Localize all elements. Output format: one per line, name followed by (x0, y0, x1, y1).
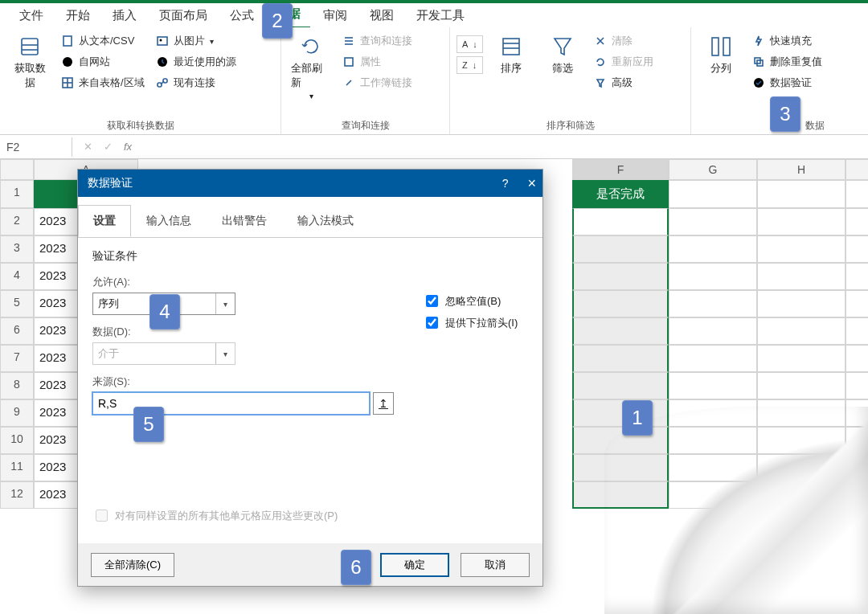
flash-fill-button[interactable]: 快速填充 (749, 32, 825, 50)
cell[interactable] (757, 180, 845, 208)
cell-done[interactable] (572, 399, 669, 427)
cell[interactable] (757, 208, 845, 235)
cell[interactable] (669, 427, 757, 454)
cell[interactable] (669, 399, 757, 427)
clear-all-button[interactable]: 全部清除(C) (91, 553, 174, 577)
cell[interactable] (845, 345, 868, 372)
cell[interactable] (669, 208, 757, 235)
data-validation-button[interactable]: 数据验证 (749, 74, 825, 92)
row-header[interactable]: 5 (0, 290, 34, 317)
row-header[interactable]: 7 (0, 345, 34, 372)
col-header-G[interactable]: G (669, 159, 757, 180)
cell[interactable] (669, 481, 757, 509)
table-header-done[interactable]: 是否完成 (572, 180, 669, 208)
tab-settings[interactable]: 设置 (78, 205, 131, 237)
cell[interactable] (757, 427, 845, 454)
cell[interactable] (845, 208, 868, 235)
cell[interactable] (669, 454, 757, 481)
menu-file[interactable]: 文件 (10, 3, 53, 28)
existing-connections-button[interactable]: 现有连接 (153, 74, 240, 92)
row-header[interactable]: 2 (0, 208, 34, 235)
menu-dev[interactable]: 开发工具 (407, 3, 474, 28)
cell[interactable] (669, 235, 757, 263)
col-header-F[interactable]: F (572, 159, 669, 180)
from-table-button[interactable]: 来自表格/区域 (58, 74, 148, 92)
cell-done[interactable] (572, 372, 669, 399)
cell-done[interactable] (572, 317, 669, 345)
row-header[interactable]: 1 (0, 180, 34, 208)
cell[interactable] (845, 317, 868, 345)
cell[interactable] (669, 345, 757, 372)
cell[interactable] (757, 372, 845, 399)
cell-done[interactable] (572, 454, 669, 481)
menu-layout[interactable]: 页面布局 (149, 3, 217, 28)
remove-duplicates-button[interactable]: 删除重复值 (749, 53, 825, 71)
menu-insert[interactable]: 插入 (103, 3, 146, 28)
tab-error-alert[interactable]: 出错警告 (207, 205, 282, 237)
filter-button[interactable]: 筛选 (539, 31, 586, 79)
cell[interactable] (757, 317, 845, 345)
tab-ime-mode[interactable]: 输入法模式 (282, 205, 369, 237)
cell[interactable] (757, 481, 845, 509)
cell-done[interactable] (572, 263, 669, 290)
row-header[interactable]: 3 (0, 235, 34, 263)
cancel-button[interactable]: 取消 (461, 553, 530, 577)
tab-input-msg[interactable]: 输入信息 (131, 205, 207, 237)
cell-done[interactable] (572, 481, 669, 509)
name-box[interactable]: F2 (0, 137, 72, 157)
cell[interactable] (757, 345, 845, 372)
cell[interactable] (757, 235, 845, 263)
row-header[interactable]: 10 (0, 427, 34, 454)
sort-az-button[interactable]: A↓ (457, 35, 483, 53)
menu-view[interactable]: 视图 (360, 3, 403, 28)
from-picture-button[interactable]: 从图片 ▾ (153, 32, 240, 50)
row-header[interactable]: 11 (0, 454, 34, 481)
text-to-columns-button[interactable]: 分列 (698, 31, 744, 79)
row-header[interactable]: 4 (0, 263, 34, 290)
menu-home[interactable]: 开始 (56, 3, 100, 28)
from-text-csv-button[interactable]: 从文本/CSV (58, 32, 148, 50)
cancel-icon[interactable]: ✕ (84, 141, 92, 153)
cell-done[interactable] (572, 345, 669, 372)
row-header[interactable]: 12 (0, 481, 34, 509)
cell[interactable] (669, 180, 757, 208)
cell[interactable] (845, 235, 868, 263)
cell[interactable] (845, 427, 868, 454)
cell[interactable] (845, 372, 868, 399)
fx-icon[interactable]: fx (124, 141, 132, 153)
cell-done[interactable] (572, 235, 669, 263)
cell[interactable] (669, 263, 757, 290)
menu-review[interactable]: 审阅 (313, 3, 357, 28)
queries-connections-button[interactable]: 查询和连接 (339, 32, 416, 50)
get-data-button[interactable]: 获取数 据 (6, 31, 53, 93)
cell[interactable] (669, 372, 757, 399)
cell[interactable] (845, 399, 868, 427)
select-all-corner[interactable] (0, 159, 34, 180)
cell-done[interactable] (572, 290, 669, 317)
sort-za-button[interactable]: Z↓ (457, 56, 483, 74)
row-header[interactable]: 6 (0, 317, 34, 345)
cell-done[interactable] (572, 208, 669, 235)
row-header[interactable]: 8 (0, 372, 34, 399)
dialog-help-icon[interactable]: ? (502, 177, 509, 190)
range-selector-button[interactable]: ↥ (373, 392, 394, 415)
from-web-button[interactable]: 自网站 (58, 53, 148, 71)
cell[interactable] (669, 290, 757, 317)
recent-sources-button[interactable]: 最近使用的源 (153, 53, 240, 71)
refresh-all-button[interactable]: 全部刷新 ▾ (288, 31, 334, 104)
cell[interactable] (757, 454, 845, 481)
cell[interactable] (757, 290, 845, 317)
chevron-down-icon[interactable]: ▾ (215, 293, 235, 314)
cell[interactable] (757, 399, 845, 427)
cell[interactable] (669, 317, 757, 345)
dialog-close-icon[interactable]: × (527, 175, 536, 192)
sort-button[interactable]: 排序 (488, 31, 534, 79)
dialog-titlebar[interactable]: 数据验证 ? × (78, 170, 542, 197)
col-header-H[interactable]: H (757, 159, 845, 180)
cell[interactable] (845, 481, 868, 509)
in-cell-dropdown-checkbox[interactable]: 提供下拉箭头(I) (423, 314, 518, 331)
ignore-blank-checkbox[interactable]: 忽略空值(B) (423, 293, 518, 309)
cell[interactable] (757, 263, 845, 290)
ok-button[interactable]: 确定 (380, 553, 449, 577)
cell[interactable] (845, 180, 868, 208)
